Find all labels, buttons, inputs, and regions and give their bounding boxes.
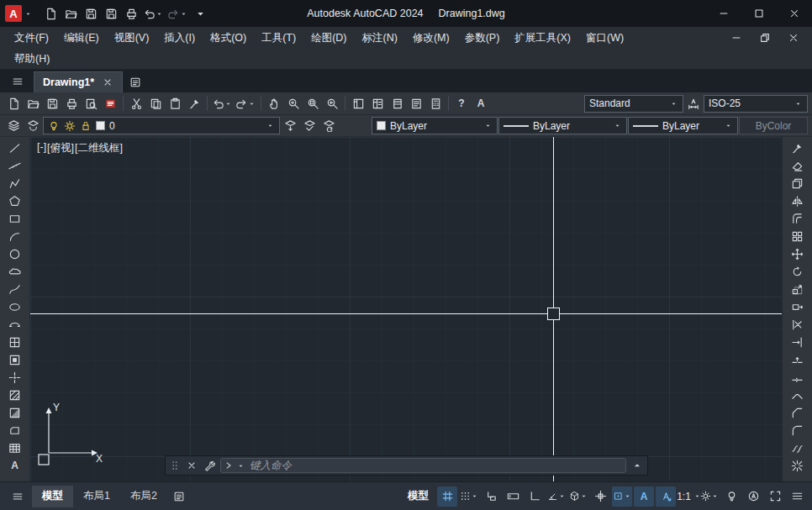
paste-clip-icon[interactable] [166,95,184,113]
tab-close-icon[interactable] [102,76,113,88]
chevron-down-icon[interactable] [624,492,631,500]
publish-dwf-icon[interactable] [101,95,119,113]
copy-clip-icon[interactable] [146,95,165,113]
chevron-down-icon[interactable] [711,492,719,500]
menu-item-1[interactable]: 编辑(E) [56,27,107,49]
chevron-down-icon[interactable] [558,492,566,500]
chamfer-icon[interactable] [788,404,808,421]
zoom-window-icon[interactable] [303,95,322,113]
layer-freeze-sun-icon[interactable] [64,120,76,132]
chevron-down-icon[interactable] [24,10,33,18]
close-button[interactable] [777,0,812,27]
model-space-toggle[interactable]: 模型 [401,489,435,503]
command-close-icon[interactable] [185,460,198,471]
viewport-control-view[interactable]: [俯视] [47,141,74,155]
wrench-icon[interactable] [203,460,216,471]
menu-item-8[interactable]: 修改(M) [405,27,457,49]
drawing-canvas[interactable]: [-] [俯视] [二维线框] Y X [30,137,782,481]
customize-menu-icon[interactable] [787,486,807,507]
maximize-button[interactable] [741,0,777,27]
polygon-icon[interactable] [5,192,25,209]
dim-style-dropdown[interactable]: ISO-25 [704,95,808,113]
stretch-icon[interactable] [788,298,808,315]
file-tab-menu-button[interactable] [2,70,34,92]
snap-icon[interactable] [459,486,479,507]
fillet-icon[interactable] [788,422,808,439]
design-center-icon[interactable] [368,95,387,113]
break-icon[interactable] [788,369,808,386]
viewport-control-visual-style[interactable]: [二维线框] [75,141,123,155]
menu-item-7[interactable]: 标注(N) [355,27,405,49]
sheet-set-manager-icon[interactable] [407,95,425,113]
save-icon[interactable] [82,5,100,23]
array-icon[interactable] [788,228,808,244]
layer-states-icon[interactable] [24,117,42,134]
break-at-point-icon[interactable] [788,351,808,368]
qat-customize-icon[interactable] [191,5,209,23]
save-icon[interactable] [43,95,61,113]
chevron-down-icon[interactable] [237,462,245,470]
ellipse-icon[interactable] [5,298,25,315]
move-icon[interactable] [788,245,808,262]
layer-dropdown[interactable]: 0 [43,117,280,134]
mirror-icon[interactable] [788,192,808,209]
grid-icon[interactable] [437,486,457,507]
new-tab-button[interactable] [123,71,148,92]
offset-icon[interactable] [788,210,808,227]
linetype-dropdown[interactable]: ByLayer [498,117,627,134]
polar-tracking-icon[interactable] [546,486,567,507]
tab-layout2[interactable]: 布局2 [120,486,167,507]
properties-palette-icon[interactable] [349,95,367,113]
table-icon[interactable] [5,439,25,456]
cut-icon[interactable] [127,95,145,113]
menu-item-3[interactable]: 插入(I) [156,27,203,49]
layer-lock-icon[interactable] [80,120,92,132]
tab-layout1[interactable]: 布局1 [73,486,120,507]
arc-icon[interactable] [5,228,25,244]
match-properties-icon[interactable] [185,95,203,113]
scale-icon[interactable] [788,281,808,297]
menu-item-5[interactable]: 工具(T) [254,27,303,49]
copy-icon[interactable] [788,175,808,192]
isometric-icon[interactable] [568,486,588,507]
object-snap-tracking-icon[interactable] [590,486,610,507]
new-icon[interactable] [4,95,23,113]
save-as-icon[interactable] [102,5,120,23]
infer-constraints-icon[interactable] [481,486,501,507]
print-icon[interactable] [62,95,81,113]
annotation-monitor-icon[interactable] [743,486,763,507]
line-icon[interactable] [5,139,25,156]
blend-curves-icon[interactable] [788,439,808,456]
new-icon[interactable] [41,5,60,23]
match-layer-icon[interactable] [300,117,319,134]
print-icon[interactable] [122,5,140,23]
trim-icon[interactable] [788,316,808,333]
annotation-visibility-icon[interactable]: A [634,486,654,507]
tool-palettes-icon[interactable] [388,95,406,113]
insert-block-icon[interactable] [5,334,25,350]
polyline-icon[interactable] [5,175,25,192]
make-block-icon[interactable] [5,351,25,368]
make-object-layer-current-icon[interactable] [281,117,299,134]
command-input[interactable] [250,460,622,471]
doc-minimize-button[interactable] [723,29,750,47]
menu-item-9[interactable]: 参数(P) [457,27,508,49]
spline-icon[interactable] [5,281,25,297]
dim-style-icon[interactable] [684,95,703,113]
lineweight-dropdown[interactable]: ByLayer [628,117,738,134]
chevron-down-icon[interactable] [670,100,678,108]
clean-screen-icon[interactable] [765,486,785,507]
layout-menu-icon[interactable] [5,485,30,508]
explode-icon[interactable] [788,457,808,474]
undo-icon[interactable] [211,95,234,113]
chevron-down-icon[interactable] [614,122,622,129]
multiline-text-icon[interactable]: A [5,457,25,474]
chevron-down-icon[interactable] [156,10,164,18]
open-icon[interactable] [61,5,80,23]
minimize-button[interactable] [706,0,741,27]
command-input-field[interactable] [220,458,626,473]
zoom-previous-icon[interactable] [323,95,341,113]
text-style-dropdown[interactable]: Standard [584,95,683,113]
join-icon[interactable] [788,386,808,403]
open-icon[interactable] [24,95,42,113]
